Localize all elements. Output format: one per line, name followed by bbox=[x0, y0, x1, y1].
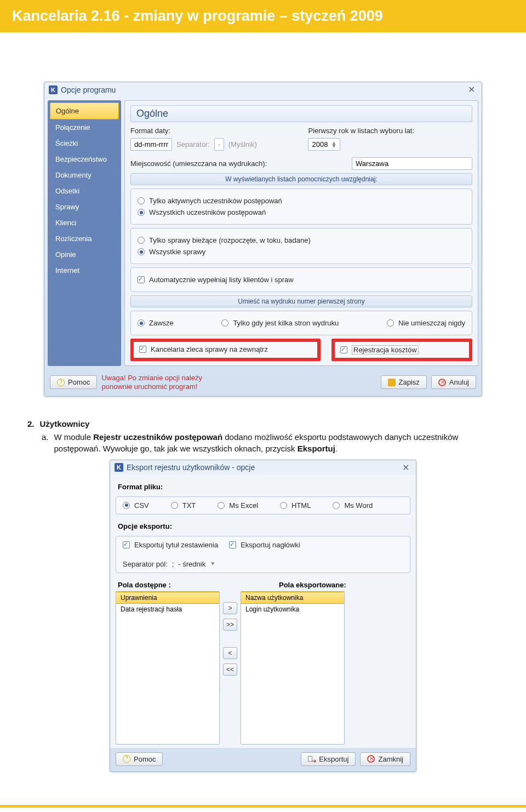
label-format: Format pliku: bbox=[116, 478, 410, 493]
label-pierwszy-rok: Pierwszy rok w listach wyboru lat: bbox=[308, 127, 472, 135]
list-item[interactable]: Data rejestracji hasła bbox=[116, 604, 219, 615]
titlebar: K Eksport rejestru użytkowników - opcje … bbox=[110, 460, 416, 475]
titlebar: K Opcje programu ✕ bbox=[44, 82, 482, 97]
save-button[interactable]: Zapisz bbox=[381, 375, 427, 389]
sidebar-item-internet[interactable]: Internet bbox=[50, 262, 119, 278]
radio-word[interactable]: Ms Word bbox=[333, 501, 373, 510]
group-print: Zawsze Tylko gdy jest kilka stron wydruk… bbox=[130, 311, 472, 335]
list-area: Uprawnienia Data rejestracji hasła > >> … bbox=[116, 591, 410, 745]
move-all-right-button[interactable]: >> bbox=[223, 619, 237, 631]
move-right-button[interactable]: > bbox=[223, 602, 237, 614]
page-header: Kancelaria 2.16 - zmiany w programie – s… bbox=[0, 0, 526, 32]
checkbox-tytul[interactable]: Eksportuj tytuł zestawienia bbox=[123, 541, 218, 549]
close-icon[interactable]: ✕ bbox=[466, 84, 477, 95]
radio-wszystkie-sprawy[interactable]: Wszystkie sprawy bbox=[138, 248, 465, 256]
group-sprawy: Tylko sprawy bieżące (rozpoczęte, w toku… bbox=[130, 228, 472, 264]
year-spinner[interactable]: 2008 ▲ ▼ bbox=[308, 138, 340, 151]
label-pola-dost: Pola dostępne : bbox=[116, 576, 249, 591]
options-dialog: K Opcje programu ✕ Ogólne Połączenie Ści… bbox=[44, 82, 482, 397]
radio-biezace[interactable]: Tylko sprawy bieżące (rozpoczęte, w toku… bbox=[138, 236, 465, 244]
panel-main: Ogólne Format daty: Pierwszy rok w lista… bbox=[124, 100, 478, 366]
move-left-button[interactable]: < bbox=[223, 647, 237, 659]
button-bar: ? Pomoc Uwaga! Po zmianie opcji należy p… bbox=[44, 369, 482, 396]
year-value: 2008 bbox=[312, 140, 328, 148]
help-button[interactable]: ? Pomoc bbox=[50, 375, 97, 389]
label-opcje: Opcje eksportu: bbox=[116, 518, 410, 533]
radio-excel[interactable]: Ms Excel bbox=[218, 501, 258, 510]
radio-txt[interactable]: TXT bbox=[171, 501, 196, 510]
label-format-daty: Format daty: bbox=[130, 127, 295, 135]
app-icon: K bbox=[115, 463, 123, 472]
item-letter: a. bbox=[42, 432, 49, 454]
close-button[interactable]: ✕ Zamknij bbox=[360, 752, 410, 766]
window-title: Opcje programu bbox=[61, 85, 116, 94]
cancel-icon: ✕ bbox=[367, 755, 375, 763]
radio-wszyscy[interactable]: Wszystkich uczestników postępowań bbox=[138, 208, 465, 216]
move-all-left-button[interactable]: << bbox=[223, 664, 237, 676]
page-title: Kancelaria 2.16 - zmiany w programie – s… bbox=[12, 8, 514, 25]
radio-zawsze[interactable]: Zawsze bbox=[138, 319, 174, 327]
group-format: CSV TXT Ms Excel HTML Ms Word bbox=[116, 496, 410, 514]
sidebar-item-ogolne[interactable]: Ogólne bbox=[50, 102, 119, 119]
separator-select[interactable]: Separator pól: ; - średnik ▼ bbox=[123, 560, 215, 568]
cancel-button[interactable]: ✕ Anuluj bbox=[431, 375, 476, 389]
chevron-down-icon: ▼ bbox=[210, 562, 215, 565]
available-list[interactable]: Uprawnienia Data rejestracji hasła bbox=[116, 591, 220, 745]
export-button[interactable]: ➔ Eksportuj bbox=[301, 752, 356, 766]
cancel-icon: ✕ bbox=[438, 379, 446, 386]
sidebar-item-klienci[interactable]: Klienci bbox=[50, 215, 119, 231]
body-section: 2. Użytkownicy a. W module Rejestr uczes… bbox=[0, 408, 526, 460]
separator-field: - bbox=[214, 138, 224, 151]
help-button[interactable]: ? Pomoc bbox=[116, 752, 163, 766]
help-icon: ? bbox=[123, 755, 130, 763]
date-format-field[interactable]: dd-mm-rrrr bbox=[130, 138, 172, 151]
save-icon bbox=[388, 379, 396, 386]
list-item[interactable]: Login użytkownika bbox=[241, 604, 344, 615]
group-opcje: Eksportuj tytuł zestawienia Eksportuj na… bbox=[116, 536, 410, 573]
checkbox-auto[interactable]: Automatycznie wypełniaj listy klientów i… bbox=[138, 276, 465, 284]
radio-aktywni[interactable]: Tylko aktywnych uczestników postępowań bbox=[138, 197, 465, 205]
radio-kilka[interactable]: Tylko gdy jest kilka stron wydruku bbox=[221, 319, 339, 327]
export-icon: ➔ bbox=[308, 755, 316, 763]
checkbox-rejestr[interactable]: Rejestracja kosztów bbox=[340, 345, 464, 354]
highlight-rejestr: Rejestracja kosztów bbox=[331, 339, 472, 361]
checkbox-naglowki[interactable]: Eksportuj nagłówki bbox=[229, 541, 300, 549]
close-icon[interactable]: ✕ bbox=[400, 462, 411, 473]
exported-list[interactable]: Nazwa użytkownika Login użytkownika bbox=[241, 591, 345, 745]
subheading-lists: W wyświetlanych listach pomocniczych uwz… bbox=[130, 173, 472, 185]
label-separator: Separator: bbox=[176, 140, 210, 148]
label-pola-eksp: Pola eksportowane: bbox=[260, 576, 410, 591]
help-icon: ? bbox=[57, 379, 65, 386]
subheading-print: Umieść na wydruku numer pierwszej strony bbox=[130, 295, 472, 307]
list-item[interactable]: Uprawnienia bbox=[116, 592, 219, 604]
sidebar-item-sciezki[interactable]: Ścieżki bbox=[50, 135, 119, 151]
checkbox-zleca[interactable]: Kancelaria zleca sprawy na zewnątrz bbox=[139, 345, 312, 353]
export-dialog: K Eksport rejestru użytkowników - opcje … bbox=[110, 460, 416, 772]
city-field[interactable]: Warszawa bbox=[352, 157, 472, 170]
section-title: Użytkownicy bbox=[40, 419, 90, 430]
group-auto: Automatycznie wypełniaj listy klientów i… bbox=[130, 267, 472, 292]
app-icon: K bbox=[49, 85, 58, 94]
sidebar-item-dokumenty[interactable]: Dokumenty bbox=[50, 167, 119, 183]
sidebar-item-polaczenie[interactable]: Połączenie bbox=[50, 119, 119, 135]
sidebar-item-opinie[interactable]: Opinie bbox=[50, 247, 119, 262]
sidebar-item-bezp[interactable]: Bezpieczeństwo bbox=[50, 151, 119, 167]
label-miejscowosc: Miejscowość (umieszczana na wydrukach): bbox=[130, 159, 267, 168]
radio-nigdy[interactable]: Nie umieszczaj nigdy bbox=[387, 319, 465, 327]
label-separator-name: (Myślnik) bbox=[228, 140, 257, 148]
sidebar-item-odsetki[interactable]: Odsetki bbox=[50, 183, 119, 199]
chevron-down-icon[interactable]: ▼ bbox=[331, 145, 336, 148]
radio-html[interactable]: HTML bbox=[280, 501, 311, 510]
sidebar: Ogólne Połączenie Ścieżki Bezpieczeństwo… bbox=[48, 100, 121, 366]
sidebar-item-sprawy[interactable]: Sprawy bbox=[50, 199, 119, 215]
button-bar: ? Pomoc ➔ Eksportuj ✕ Zamknij bbox=[110, 748, 416, 771]
sidebar-item-rozliczenia[interactable]: Rozliczenia bbox=[50, 231, 119, 247]
footer: ATRE S.C., 03-289 Warszawa, ul. Renifero… bbox=[0, 808, 526, 812]
section-number: 2. bbox=[27, 419, 35, 430]
arrow-buttons: > >> < << bbox=[223, 591, 237, 676]
radio-csv[interactable]: CSV bbox=[123, 501, 149, 510]
window-title: Eksport rejestru użytkowników - opcje bbox=[127, 463, 255, 472]
list-item[interactable]: Nazwa użytkownika bbox=[241, 592, 344, 604]
item-text: W module Rejestr uczestników postępowań … bbox=[54, 432, 499, 454]
group-uczestnicy: Tylko aktywnych uczestników postępowań W… bbox=[130, 188, 472, 225]
